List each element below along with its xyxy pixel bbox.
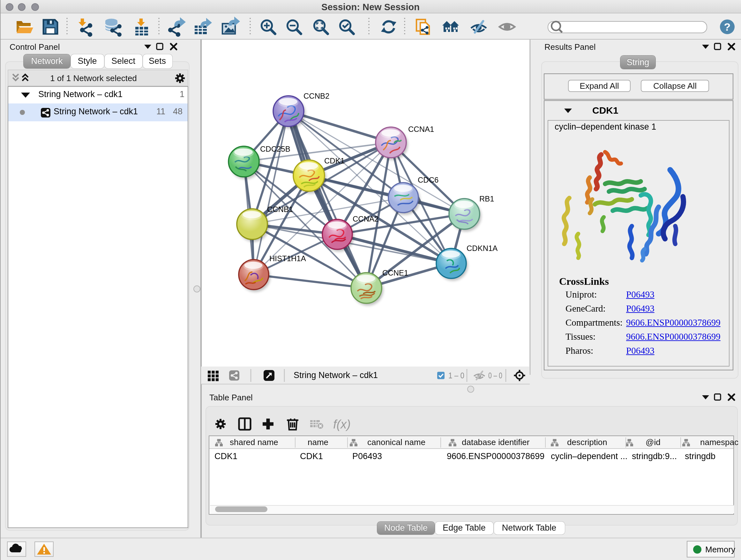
svg-text:CDKN1A: CDKN1A xyxy=(467,244,497,253)
svg-text:?: ? xyxy=(724,21,731,33)
svg-text:CCNB1: CCNB1 xyxy=(267,205,293,213)
svg-text:CDC25B: CDC25B xyxy=(260,145,290,153)
svg-text:1 – 0: 1 – 0 xyxy=(448,371,464,380)
svg-text:RB1: RB1 xyxy=(479,194,494,203)
svg-text:CCNA1: CCNA1 xyxy=(408,125,434,133)
svg-text:0 – 0: 0 – 0 xyxy=(488,371,502,380)
svg-text:CCNA2: CCNA2 xyxy=(353,214,379,223)
svg-text:f(x): f(x) xyxy=(333,418,351,431)
svg-text:CDK1: CDK1 xyxy=(324,157,345,165)
svg-text:CCNE1: CCNE1 xyxy=(382,268,408,277)
svg-text:CDC6: CDC6 xyxy=(418,176,439,184)
svg-text:CCNB2: CCNB2 xyxy=(304,91,329,100)
svg-text:HIST1H1A: HIST1H1A xyxy=(269,254,306,263)
